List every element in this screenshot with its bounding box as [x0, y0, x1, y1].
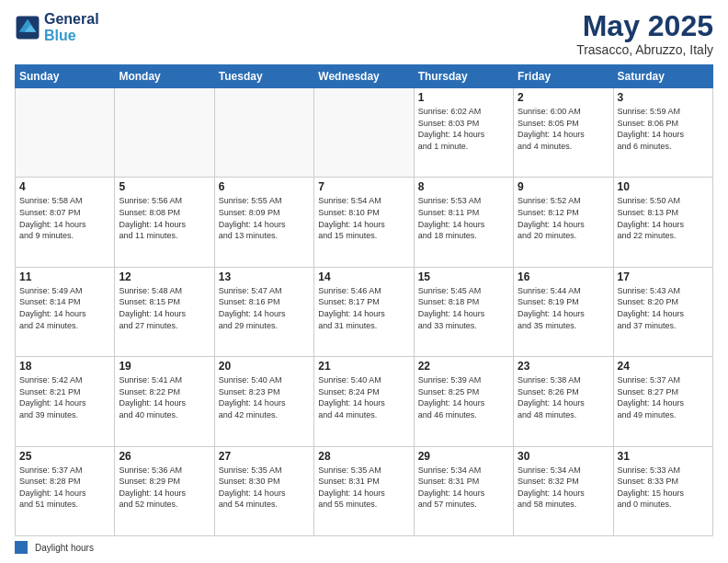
day-info: Sunrise: 5:35 AMSunset: 8:30 PMDaylight:… — [219, 465, 310, 511]
day-number: 30 — [518, 450, 609, 463]
day-info: Sunrise: 6:02 AMSunset: 8:03 PMDaylight:… — [418, 106, 509, 152]
weekday-header: Monday — [115, 65, 214, 88]
month-title: May 2025 — [576, 11, 713, 40]
weekday-header: Wednesday — [314, 65, 414, 88]
day-number: 14 — [318, 270, 409, 283]
header: General Blue May 2025 Trasacco, Abruzzo,… — [15, 11, 713, 57]
day-number: 21 — [318, 360, 409, 373]
weekday-header: Tuesday — [214, 65, 313, 88]
day-info: Sunrise: 5:58 AMSunset: 8:07 PMDaylight:… — [19, 195, 110, 241]
day-number: 2 — [518, 91, 609, 104]
day-info: Sunrise: 5:55 AMSunset: 8:09 PMDaylight:… — [219, 195, 310, 241]
logo-icon — [15, 15, 40, 40]
calendar-cell: 24Sunrise: 5:37 AMSunset: 8:27 PMDayligh… — [613, 357, 712, 446]
calendar-cell: 13Sunrise: 5:47 AMSunset: 8:16 PMDayligh… — [214, 267, 313, 356]
calendar-cell: 31Sunrise: 5:33 AMSunset: 8:33 PMDayligh… — [613, 446, 712, 535]
day-number: 27 — [219, 450, 310, 463]
calendar-cell — [115, 88, 214, 178]
day-info: Sunrise: 5:47 AMSunset: 8:16 PMDaylight:… — [219, 285, 310, 331]
day-number: 13 — [219, 270, 310, 283]
day-info: Sunrise: 5:43 AMSunset: 8:20 PMDaylight:… — [618, 285, 709, 331]
calendar-cell: 2Sunrise: 6:00 AMSunset: 8:05 PMDaylight… — [514, 88, 613, 178]
calendar-cell: 25Sunrise: 5:37 AMSunset: 8:28 PMDayligh… — [16, 446, 115, 535]
day-number: 5 — [119, 180, 210, 193]
legend-box — [15, 541, 28, 554]
day-info: Sunrise: 5:56 AMSunset: 8:08 PMDaylight:… — [119, 195, 210, 241]
day-number: 26 — [119, 450, 210, 463]
day-number: 25 — [19, 450, 110, 463]
day-info: Sunrise: 5:46 AMSunset: 8:17 PMDaylight:… — [318, 285, 409, 331]
day-number: 17 — [618, 270, 709, 283]
calendar-cell: 6Sunrise: 5:55 AMSunset: 8:09 PMDaylight… — [214, 178, 313, 267]
day-info: Sunrise: 5:36 AMSunset: 8:29 PMDaylight:… — [119, 465, 210, 511]
legend: Daylight hours — [15, 541, 713, 554]
day-number: 6 — [219, 180, 310, 193]
day-info: Sunrise: 5:45 AMSunset: 8:18 PMDaylight:… — [418, 285, 509, 331]
day-info: Sunrise: 5:40 AMSunset: 8:23 PMDaylight:… — [219, 374, 310, 420]
calendar-cell: 12Sunrise: 5:48 AMSunset: 8:15 PMDayligh… — [115, 267, 214, 356]
day-info: Sunrise: 5:59 AMSunset: 8:06 PMDaylight:… — [618, 106, 709, 152]
weekday-header: Saturday — [613, 65, 712, 88]
calendar-cell — [314, 88, 414, 178]
calendar-cell: 1Sunrise: 6:02 AMSunset: 8:03 PMDaylight… — [414, 88, 513, 178]
day-number: 1 — [418, 91, 509, 104]
calendar-cell: 21Sunrise: 5:40 AMSunset: 8:24 PMDayligh… — [314, 357, 414, 446]
day-number: 7 — [318, 180, 409, 193]
calendar-cell: 30Sunrise: 5:34 AMSunset: 8:32 PMDayligh… — [514, 446, 613, 535]
calendar-cell: 10Sunrise: 5:50 AMSunset: 8:13 PMDayligh… — [613, 178, 712, 267]
calendar-cell: 28Sunrise: 5:35 AMSunset: 8:31 PMDayligh… — [314, 446, 414, 535]
day-info: Sunrise: 5:42 AMSunset: 8:21 PMDaylight:… — [19, 374, 110, 420]
day-number: 9 — [518, 180, 609, 193]
day-number: 11 — [19, 270, 110, 283]
calendar-cell: 8Sunrise: 5:53 AMSunset: 8:11 PMDaylight… — [414, 178, 513, 267]
day-info: Sunrise: 5:34 AMSunset: 8:32 PMDaylight:… — [518, 465, 609, 511]
calendar-cell: 18Sunrise: 5:42 AMSunset: 8:21 PMDayligh… — [16, 357, 115, 446]
day-info: Sunrise: 5:49 AMSunset: 8:14 PMDaylight:… — [19, 285, 110, 331]
calendar-cell: 7Sunrise: 5:54 AMSunset: 8:10 PMDaylight… — [314, 178, 414, 267]
day-number: 31 — [618, 450, 709, 463]
day-number: 3 — [618, 91, 709, 104]
day-info: Sunrise: 5:48 AMSunset: 8:15 PMDaylight:… — [119, 285, 210, 331]
day-number: 15 — [418, 270, 509, 283]
day-number: 4 — [19, 180, 110, 193]
calendar-cell — [214, 88, 313, 178]
calendar-cell: 29Sunrise: 5:34 AMSunset: 8:31 PMDayligh… — [414, 446, 513, 535]
day-number: 19 — [119, 360, 210, 373]
calendar-cell: 20Sunrise: 5:40 AMSunset: 8:23 PMDayligh… — [214, 357, 313, 446]
day-number: 10 — [618, 180, 709, 193]
day-info: Sunrise: 6:00 AMSunset: 8:05 PMDaylight:… — [518, 106, 609, 152]
day-info: Sunrise: 5:54 AMSunset: 8:10 PMDaylight:… — [318, 195, 409, 241]
day-info: Sunrise: 5:37 AMSunset: 8:28 PMDaylight:… — [19, 465, 110, 511]
day-info: Sunrise: 5:33 AMSunset: 8:33 PMDaylight:… — [618, 465, 709, 511]
day-info: Sunrise: 5:34 AMSunset: 8:31 PMDaylight:… — [418, 465, 509, 511]
day-info: Sunrise: 5:38 AMSunset: 8:26 PMDaylight:… — [518, 374, 609, 420]
day-number: 18 — [19, 360, 110, 373]
logo-text: General Blue — [44, 11, 99, 43]
day-number: 8 — [418, 180, 509, 193]
calendar-cell: 3Sunrise: 5:59 AMSunset: 8:06 PMDaylight… — [613, 88, 712, 178]
calendar-table: SundayMondayTuesdayWednesdayThursdayFrid… — [15, 64, 713, 536]
calendar-cell: 5Sunrise: 5:56 AMSunset: 8:08 PMDaylight… — [115, 178, 214, 267]
header-right: May 2025 Trasacco, Abruzzo, Italy — [576, 11, 713, 57]
logo: General Blue — [15, 11, 99, 43]
day-number: 29 — [418, 450, 509, 463]
calendar-cell: 15Sunrise: 5:45 AMSunset: 8:18 PMDayligh… — [414, 267, 513, 356]
calendar-cell: 11Sunrise: 5:49 AMSunset: 8:14 PMDayligh… — [16, 267, 115, 356]
calendar-cell: 4Sunrise: 5:58 AMSunset: 8:07 PMDaylight… — [16, 178, 115, 267]
day-info: Sunrise: 5:50 AMSunset: 8:13 PMDaylight:… — [618, 195, 709, 241]
calendar-cell: 26Sunrise: 5:36 AMSunset: 8:29 PMDayligh… — [115, 446, 214, 535]
weekday-header: Thursday — [414, 65, 513, 88]
calendar-cell: 16Sunrise: 5:44 AMSunset: 8:19 PMDayligh… — [514, 267, 613, 356]
calendar-cell: 19Sunrise: 5:41 AMSunset: 8:22 PMDayligh… — [115, 357, 214, 446]
legend-label: Daylight hours — [35, 543, 94, 553]
day-info: Sunrise: 5:41 AMSunset: 8:22 PMDaylight:… — [119, 374, 210, 420]
location: Trasacco, Abruzzo, Italy — [576, 42, 713, 57]
day-info: Sunrise: 5:44 AMSunset: 8:19 PMDaylight:… — [518, 285, 609, 331]
day-number: 12 — [119, 270, 210, 283]
day-number: 23 — [518, 360, 609, 373]
page: General Blue May 2025 Trasacco, Abruzzo,… — [0, 0, 728, 563]
weekday-header: Friday — [514, 65, 613, 88]
day-info: Sunrise: 5:35 AMSunset: 8:31 PMDaylight:… — [318, 465, 409, 511]
day-info: Sunrise: 5:40 AMSunset: 8:24 PMDaylight:… — [318, 374, 409, 420]
calendar-cell: 14Sunrise: 5:46 AMSunset: 8:17 PMDayligh… — [314, 267, 414, 356]
